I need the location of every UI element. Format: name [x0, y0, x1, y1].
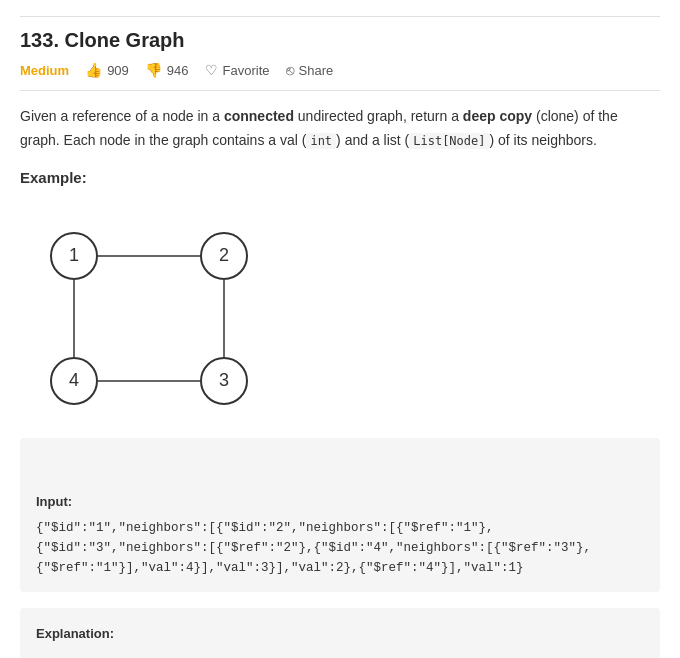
input-label: Input:: [36, 492, 644, 513]
meta-row: Medium 👍 909 👎 946 ♡ Favorite ⎋ Share: [20, 62, 660, 91]
desc-list-code: List[Node]: [409, 133, 489, 149]
graph-node-4: 4: [50, 357, 98, 405]
upvote-count: 909: [107, 63, 129, 78]
explanation-lines: Node 1's value is 1, and it has two neig…: [36, 652, 644, 658]
input-code-block: Input:{"$id":"1","neighbors":[{"$id":"2"…: [20, 438, 660, 593]
downvote-count: 946: [167, 63, 189, 78]
share-item[interactable]: ⎋ Share: [286, 62, 334, 78]
share-label: Share: [299, 63, 334, 78]
explanation-block: Explanation: Node 1's value is 1, and it…: [20, 608, 660, 658]
desc-text-1: Given a reference of a node in a: [20, 108, 224, 124]
example-label: Example:: [20, 169, 660, 186]
heart-icon: ♡: [205, 62, 218, 78]
problem-name: Clone Graph: [65, 29, 185, 51]
graph-node-3: 3: [200, 357, 248, 405]
problem-description: Given a reference of a node in a connect…: [20, 105, 660, 153]
desc-int-code: int: [306, 133, 336, 149]
graph-diagram: 1 2 3 4: [30, 202, 290, 422]
input-text: {"$id":"1","neighbors":[{"$id":"2","neig…: [36, 521, 591, 575]
desc-deep-copy: deep copy: [463, 108, 532, 124]
desc-text-4: ) and a list (: [336, 132, 409, 148]
favorite-item[interactable]: ♡ Favorite: [205, 62, 270, 78]
problem-title: 133. Clone Graph: [20, 29, 660, 52]
desc-text-2: undirected graph, return a: [294, 108, 463, 124]
downvote-item[interactable]: 👎 946: [145, 62, 189, 78]
graph-node-2: 2: [200, 232, 248, 280]
explanation-label: Explanation:: [36, 622, 644, 645]
desc-connected: connected: [224, 108, 294, 124]
upvote-item[interactable]: 👍 909: [85, 62, 129, 78]
top-border: [20, 16, 660, 17]
difficulty-badge: Medium: [20, 63, 69, 78]
favorite-label: Favorite: [223, 63, 270, 78]
downvote-icon: 👎: [145, 62, 162, 78]
share-icon: ⎋: [286, 62, 294, 78]
desc-text-5: ) of its neighbors.: [490, 132, 597, 148]
upvote-icon: 👍: [85, 62, 102, 78]
problem-number: 133: [20, 29, 53, 51]
graph-node-1: 1: [50, 232, 98, 280]
explanation-line-1: Node 1's value is 1, and it has two neig…: [36, 652, 644, 658]
